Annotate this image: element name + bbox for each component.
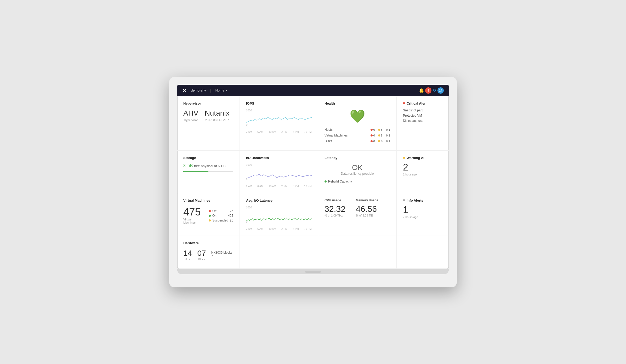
warning-dot [403,157,405,159]
host-count-item: 14 Host [183,249,192,261]
vm-suspended-count: 25 [230,219,233,222]
info-alert-count: 1 [403,204,443,215]
vm-off-dot [209,210,211,212]
red-dot [371,140,373,142]
hypervisor-title: Hypervisor [183,101,233,105]
blocks-text: NX8035 blocks [211,251,232,254]
iops-x-label-4: 6 PM [293,130,299,133]
cpu-memory-panel: CPU usage 32.32 % of 1.09 THz Memory Usa… [318,193,397,236]
vm-status-on: On 425 [209,214,233,218]
storage-bar-fill [183,171,208,172]
yellow-dot [378,134,380,136]
io-bw-x-5: 10 PM [304,185,312,188]
info-dot [403,199,405,201]
warning-alerts-panel: Warning Al 2 1 hour ago [397,151,449,193]
host-count-value: 14 [183,249,192,258]
topbar-nav[interactable]: Home ▾ [215,88,227,92]
rebuild-capacity-label: Rebuild Capacity [328,180,352,183]
iops-chart-svg [246,109,312,130]
storage-panel: Storage 3 TiB free physical of 6 TiB [177,151,240,193]
health-disks-red: 0 [371,140,375,143]
gray-dot [386,134,388,136]
iops-x-label-3: 2 PM [281,130,287,133]
hypervisor-type-item: AHV Hypervisor [183,109,198,122]
critical-alert-protected: Protected VM [403,114,443,117]
iops-x-label-2: 10 AM [269,130,276,133]
vm-count-value: 475 [183,206,203,218]
vm-suspended-label: Suspended [212,219,228,222]
latency-title: Latency [325,156,390,160]
io-bandwidth-chart: 1000 0 [246,163,312,184]
row4-col4 [397,236,449,269]
io-bw-x-1: 6 AM [257,185,263,188]
row4-col2 [240,236,318,269]
health-heart-icon: 💚 [325,109,390,124]
vm-off-count: 25 [230,209,233,213]
home-nav-label: Home [215,88,224,92]
health-disks-label: Disks [325,139,368,143]
row4-col3 [318,236,397,269]
vm-on-label: On [212,214,217,218]
blocks-num-val: 7 [211,254,213,258]
latency-ok-subtitle: Data resiliency possible [325,172,390,175]
red-dot [371,129,373,131]
vm-count-section: 475 Virtual Machines [183,206,203,224]
health-disks-gray: 1 [386,140,390,143]
avg-io-latency-title: Avg. I/O Latency [246,198,312,202]
latency-ok-value: OK [325,163,390,172]
memory-usage-section: Memory Usage 46.56 % of 3.09 TiB [356,198,378,230]
laptop-notch [305,271,321,273]
iops-x-label-0: 2 AM [246,130,252,133]
health-disks-yellow: 8 [378,140,383,143]
avg-io-latency-chart: 1000 0 [246,206,312,227]
vm-status-suspended: Suspended 25 [209,219,233,222]
hypervisor-type-value: AHV [183,109,198,117]
storage-text: 3 TiB free physical of 6 TiB [183,163,233,168]
vm-suspended-dot [209,219,211,221]
health-vms-yellow: 8 [378,134,383,137]
critical-dot [403,102,405,104]
critical-alert-diskspace: Diskspace usa [403,119,443,123]
io-bw-x-3: 2 PM [281,185,287,188]
hypervisor-vendor-item: Nutanix 20170830.46 VER [205,109,230,122]
health-hosts-row: Hosts 0 8 1 [325,128,390,132]
health-vms-red: 0 [371,134,375,137]
avg-lat-x-0: 2 AM [246,228,252,230]
iops-x-label-5: 10 PM [304,130,312,133]
health-vms-row: Virtual Machines 0 8 1 [325,134,390,137]
vms-title: Virtual Machines [183,198,233,202]
vm-count-label: Virtual Machines [183,218,203,224]
health-hosts-label: Hosts [325,128,368,132]
avg-lat-x-5: 10 PM [304,228,312,230]
dashboard: Hypervisor AHV Hypervisor Nutanix 201708… [177,96,449,269]
vm-off-label: Off [212,209,217,213]
gray-dot [386,129,388,131]
avg-io-latency-y-zero: 0 [246,220,248,223]
avg-io-latency-x-labels: 2 AM 6 AM 10 AM 2 PM 6 PM 10 PM [246,228,312,230]
rebuild-capacity: Rebuild Capacity [325,180,390,183]
iops-panel: IOPS 1000 0 2 AM 6 AM 10 AM 2 PM 6 PM 10… [240,96,318,151]
alerts-button[interactable]: 🔔 8 [419,87,431,94]
vm-on-dot [209,215,211,217]
critical-alerts-panel: Critical Aler Snapshot parti Protected V… [397,96,449,151]
health-title: Health [325,101,390,105]
io-bandwidth-x-labels: 2 AM 6 AM 10 AM 2 PM 6 PM 10 PM [246,185,312,188]
yellow-dot [378,140,380,142]
io-bandwidth-svg [246,163,312,184]
latency-ok-section: OK Data resiliency possible [325,163,390,175]
tasks-button[interactable]: ⟳ 24 [433,87,444,94]
io-bw-x-0: 2 AM [246,185,252,188]
avg-io-latency-y-max: 1000 [246,206,252,209]
cluster-name[interactable]: demo-ahv [191,88,206,92]
cpu-usage-title: CPU usage [325,198,345,202]
vm-on-count: 425 [228,214,233,218]
block-count-label: Block [197,258,206,261]
iops-x-label-1: 6 AM [257,130,263,133]
hardware-panel: Hardware 14 Host 07 Block NX8035 block [177,236,240,269]
io-bw-x-4: 6 PM [293,185,299,188]
io-bandwidth-y-zero: 0 [246,178,248,181]
vms-panel: Virtual Machines 475 Virtual Machines Of… [177,193,240,236]
avg-lat-x-1: 6 AM [257,228,263,230]
latency-panel: Latency OK Data resiliency possible Rebu… [318,151,397,193]
topbar-divider: | [210,88,211,93]
